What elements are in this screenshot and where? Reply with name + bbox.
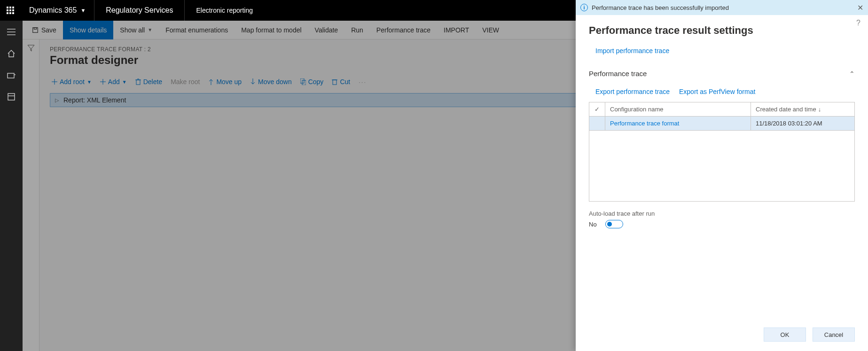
chevron-down-icon: ▼ [122, 79, 127, 85]
brand-label: Dynamics 365 [29, 6, 77, 15]
chevron-down-icon: ▼ [148, 27, 152, 32]
filter-column [23, 39, 39, 351]
help-icon[interactable]: ? [856, 19, 860, 27]
info-bar: i Performance trace has been successfull… [576, 0, 868, 15]
map-format-button[interactable]: Map format to model [235, 21, 308, 39]
home-icon[interactable] [3, 47, 20, 60]
svg-rect-16 [34, 27, 36, 29]
cell-config-name[interactable]: Performance trace format [605, 117, 751, 130]
export-perfview-link[interactable]: Export as PerfView format [679, 86, 755, 97]
svg-rect-3 [7, 9, 8, 11]
filter-icon[interactable] [27, 44, 35, 351]
svg-rect-13 [8, 94, 15, 100]
autoload-label: Auto-load trace after run [589, 210, 855, 217]
save-label: Save [41, 26, 56, 34]
cancel-button[interactable]: Cancel [813, 328, 855, 342]
cell-created-date: 11/18/2018 03:01:20 AM [751, 117, 854, 130]
col-created-date-label: Created date and time [756, 106, 816, 113]
row-checkbox[interactable] [589, 117, 605, 130]
svg-rect-21 [136, 80, 140, 85]
app-area[interactable]: Electronic reporting [185, 7, 264, 14]
ok-button[interactable]: OK [764, 328, 806, 342]
delete-label: Delete [143, 78, 162, 86]
save-button[interactable]: Save [25, 21, 63, 39]
col-config-name[interactable]: Configuration name [605, 102, 751, 116]
perf-trace-button[interactable]: Performance trace [370, 21, 437, 39]
sort-down-icon: ↓ [818, 106, 821, 113]
chevron-down-icon: ▼ [87, 79, 92, 85]
perf-trace-panel: i Performance trace has been successfull… [576, 0, 868, 351]
more-icon[interactable]: ··· [357, 78, 368, 86]
chevron-up-icon: ⌃ [849, 70, 855, 78]
show-details-label: Show details [70, 26, 107, 34]
close-icon[interactable]: ✕ [857, 3, 863, 12]
move-up-button[interactable]: Move up [206, 76, 243, 87]
autoload-toggle[interactable] [605, 220, 623, 228]
svg-rect-2 [12, 7, 14, 8]
brand-menu[interactable]: Dynamics 365 ▼ [21, 0, 94, 21]
delete-button[interactable]: Delete [133, 76, 164, 87]
cut-button[interactable]: Cut [330, 76, 352, 87]
svg-rect-28 [333, 80, 336, 85]
expand-icon[interactable]: ▷ [55, 97, 59, 103]
tree-row-label: Report: XML Element [63, 96, 126, 104]
grid-row[interactable]: Performance trace format 11/18/2018 03:0… [589, 117, 854, 131]
svg-rect-0 [7, 7, 8, 8]
col-created-date[interactable]: Created date and time ↓ [751, 102, 854, 116]
cut-label: Cut [340, 78, 350, 86]
add-root-button[interactable]: Add root ▼ [50, 76, 94, 87]
move-down-label: Move down [258, 78, 292, 86]
info-message: Performance trace has been successfully … [592, 4, 729, 11]
info-icon: i [580, 4, 588, 11]
copy-label: Copy [308, 78, 324, 86]
move-up-label: Move up [216, 78, 242, 86]
view-button[interactable]: VIEW [476, 21, 506, 39]
app-launcher-icon[interactable] [0, 0, 21, 21]
add-label: Add [108, 78, 120, 86]
add-root-label: Add root [60, 78, 85, 86]
chevron-down-icon: ▼ [80, 8, 86, 13]
import-button[interactable]: IMPORT [437, 21, 476, 39]
svg-rect-4 [9, 9, 11, 11]
show-all-button[interactable]: Show all ▼ [113, 21, 159, 39]
run-button[interactable]: Run [344, 21, 370, 39]
section-perf-trace[interactable]: Performance trace ⌃ [589, 66, 855, 81]
left-rail [0, 21, 23, 351]
show-all-label: Show all [120, 26, 145, 34]
svg-rect-6 [7, 12, 8, 14]
recent-icon[interactable] [3, 69, 20, 82]
hamburger-icon[interactable] [3, 25, 20, 39]
app-title[interactable]: Regulatory Services [94, 0, 185, 21]
show-details-button[interactable]: Show details [63, 21, 113, 39]
trace-grid: ✓ Configuration name Created date and ti… [589, 102, 855, 202]
svg-rect-1 [9, 7, 11, 8]
section-perf-trace-label: Performance trace [589, 70, 647, 78]
make-root-button: Make root [169, 76, 202, 87]
autoload-value: No [589, 221, 597, 228]
svg-rect-5 [12, 9, 14, 11]
copy-button[interactable]: Copy [298, 76, 326, 87]
svg-rect-12 [8, 73, 14, 78]
svg-rect-8 [12, 12, 14, 14]
workspace-icon[interactable] [3, 90, 20, 103]
svg-rect-7 [9, 12, 11, 14]
grid-select-all[interactable]: ✓ [589, 102, 605, 116]
validate-button[interactable]: Validate [308, 21, 345, 39]
format-enumerations-button[interactable]: Format enumerations [159, 21, 235, 39]
export-trace-link[interactable]: Export performance trace [595, 86, 670, 97]
add-button[interactable]: Add ▼ [98, 76, 129, 87]
import-trace-link[interactable]: Import performance trace [595, 45, 669, 56]
panel-title: Performance trace result settings [589, 24, 855, 37]
move-down-button[interactable]: Move down [248, 76, 294, 87]
svg-rect-15 [33, 27, 38, 32]
